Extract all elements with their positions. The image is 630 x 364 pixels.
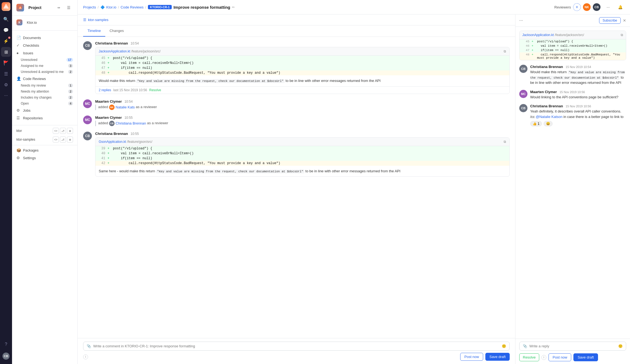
issues-icon: ● (16, 51, 21, 55)
breadcrumb-section[interactable]: Code Reviews (121, 5, 144, 9)
rp-attachment-icon[interactable]: 📎 (523, 344, 527, 348)
sidebar-menu[interactable]: ☰ (64, 3, 73, 12)
sidebar-item-settings[interactable]: ⚙ Settings (12, 154, 77, 162)
workspace-section: K Ktor.io (12, 16, 77, 29)
add-reviewer-button[interactable]: + (573, 3, 581, 11)
repo-ktor-code[interactable]: <> (53, 128, 59, 134)
edit-title-icon[interactable]: ✏ (232, 5, 235, 9)
sidebar-item-repositories[interactable]: ☰ Repositories (12, 114, 77, 122)
copy-icon-2[interactable]: ⧉ (504, 140, 506, 144)
sidebar-sub-unresolved[interactable]: Unresolved 17 (12, 57, 77, 63)
nav-lightning[interactable]: ⚡ 6 (1, 36, 11, 46)
sidebar-sub-includes-changes[interactable]: Includes my changes 2 (12, 94, 77, 100)
mention-natalie: @Natalie Katson (536, 115, 562, 119)
rp-copy-icon[interactable]: ⧉ (621, 33, 623, 37)
sidebar-collapse[interactable]: ⇔ (54, 3, 63, 12)
rp-author-1: Christiana Brennan (530, 65, 563, 69)
copy-icon-1[interactable]: ⧉ (504, 49, 506, 53)
rp-reply-input[interactable] (529, 344, 616, 348)
laugh-emoji[interactable]: 😄 (544, 121, 553, 126)
jobs-icon: ⚙ (16, 108, 21, 113)
sidebar-sub-needs-attention[interactable]: Needs my attention 2 (12, 88, 77, 94)
code-line-46: 46 + val item = call.receiveOrNull<Item>… (95, 61, 509, 66)
nav-grid[interactable]: ⊞ (1, 47, 11, 57)
nav-more[interactable]: ··· (1, 91, 11, 100)
breadcrumb-projects[interactable]: Projects (83, 5, 96, 9)
open-label: Open (21, 102, 29, 105)
sidebar-item-checklists[interactable]: ✓ Checklists (12, 42, 77, 49)
user-avatar-iconbar[interactable]: CB (2, 353, 10, 360)
attachment-icon[interactable]: 📎 (87, 344, 91, 348)
action-entry-1: added NKNatalie Kats as a reviewer (95, 105, 510, 110)
nav-chat[interactable]: 💬 (1, 25, 11, 35)
sidebar-item-packages[interactable]: 📦 Packages (12, 146, 77, 154)
save-draft-button[interactable]: Save draft (485, 353, 510, 361)
nav-list[interactable]: ☰ (1, 69, 11, 79)
rp-save-draft-button[interactable]: Save draft (573, 353, 598, 361)
rp-more-icon[interactable]: ··· (519, 18, 523, 23)
rp-emoji-icon[interactable]: 🙂 (618, 344, 623, 348)
rp-btn-row: Resolve i Post now Save draft (519, 353, 626, 361)
close-icon[interactable]: ✕ (623, 18, 626, 23)
assigned-to-me-count: 3 (68, 64, 73, 68)
app-logo[interactable] (2, 2, 10, 11)
rp-comment-content-1: Christiana Brennan 15 Nov 2019 10:54 Wou… (530, 65, 626, 85)
repo-ktor-branch[interactable]: ⎇ (60, 128, 66, 134)
post-now-button[interactable]: Post now (460, 353, 483, 361)
rp-input-row: 📎 🙂 (519, 342, 626, 351)
repo-samples-code[interactable]: <> (53, 137, 59, 143)
repo-samples-more[interactable]: ⊕ (67, 137, 73, 143)
sidebar-item-code-reviews[interactable]: 👤 Code Reviews (12, 75, 77, 82)
rp-code-file: JacksonApplication.kt /feature/jackson/s… (522, 33, 584, 37)
sidebar-issues-label: Issues (23, 51, 33, 55)
rp-code-line-46: 46 + val item = call.receiveOrNull<Item>… (520, 44, 626, 48)
tab-changes[interactable]: Changes (105, 25, 128, 37)
repo-samples-branch[interactable]: ⎇ (60, 137, 66, 143)
thumbs-up-emoji[interactable]: 👍 1 (530, 121, 542, 126)
more-options-button[interactable]: ··· (604, 3, 612, 11)
nav-flag[interactable]: 🚩 (1, 58, 11, 68)
sidebar-workspace[interactable]: K Ktor.io (12, 18, 77, 27)
sidebar-item-documents[interactable]: 📄 Documents (12, 34, 77, 42)
resolve-link-1[interactable]: Resolve (149, 88, 161, 92)
breadcrumb-workspace[interactable]: Ktor.io (106, 5, 116, 9)
rp-code-header: JacksonApplication.kt /feature/jackson/s… (520, 31, 626, 39)
sidebar-item-jobs[interactable]: ⚙ Jobs (12, 106, 77, 114)
comment-input[interactable] (93, 344, 500, 348)
code-comment-box-2: GsonApplication.kt /feature/gson/src/ ⧉ … (95, 137, 510, 177)
sidebar-sub-assigned-to-me[interactable]: Assigned to me 3 (12, 63, 77, 69)
subscribe-button[interactable]: Subscribe (599, 17, 621, 24)
code-line-41: 41 + if(item == null) (95, 156, 509, 161)
nav-search[interactable]: 🔍 (1, 14, 11, 24)
sidebar-documents-label: Documents (23, 36, 41, 40)
unresolved-label: Unresolved (21, 58, 37, 62)
author-3: Maarten Clymer (95, 116, 122, 120)
rp-resolve-button[interactable]: Resolve (519, 353, 539, 361)
timeline-panel: ☰ ktor-samples Timeline Changes CB Chris… (78, 14, 515, 364)
timeline-content-4: Christiana Brennan 10:55 GsonApplication… (95, 132, 510, 177)
notifications-button[interactable]: 🔔 (616, 3, 625, 11)
rp-time-3: 15 Nov 2019 10:56 (566, 105, 591, 108)
replies-link-1[interactable]: 2 replies (99, 88, 111, 92)
rp-post-now-button[interactable]: Post now (549, 353, 571, 361)
tabs: Timeline Changes (83, 25, 128, 37)
author-4: Christiana Brennan (95, 132, 128, 136)
rp-comment-2: MC Maarten Clymer 15 Nov 2019 10:56 Woul… (519, 90, 626, 100)
sidebar-item-issues[interactable]: ● Issues (12, 49, 77, 57)
sidebar-sub-open[interactable]: Open 4 (12, 100, 77, 106)
repo-ktor-more[interactable]: ⊕ (67, 128, 73, 134)
repositories-icon: ☰ (16, 116, 21, 120)
rp-text-3: Yeah definitely, it describes overall AP… (530, 109, 626, 119)
tab-timeline[interactable]: Timeline (83, 25, 105, 37)
rp-text-2: Would linking to the API conventions pag… (530, 94, 626, 100)
main-area: Projects / 🔷 Ktor.io / Code Reviews / KT… (78, 0, 630, 364)
repo-label-text: ktor-samples (88, 18, 108, 22)
assigned-to-me-label: Assigned to me (21, 64, 43, 68)
action-target-1: Natalie Kats (116, 105, 135, 109)
sidebar-settings-label: Settings (23, 156, 36, 160)
nav-help[interactable]: ? (1, 339, 11, 349)
emoji-input-icon[interactable]: 🙂 (502, 344, 506, 348)
sidebar-sub-needs-review[interactable]: Needs my review 1 (12, 82, 77, 88)
nav-gear[interactable]: ⚙ (1, 80, 11, 90)
sidebar-sub-unresolved-assigned[interactable]: Unresolved & assigned to me 2 (12, 69, 77, 75)
